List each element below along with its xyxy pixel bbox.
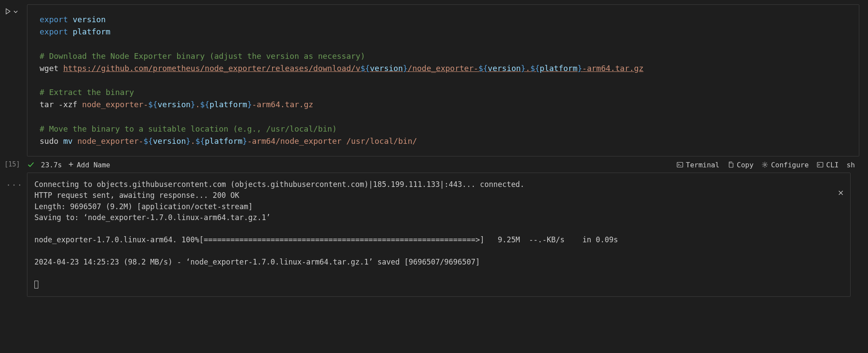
add-name-label: Add Name	[77, 161, 110, 169]
check-icon	[27, 161, 35, 169]
keyword-export: export	[40, 15, 68, 24]
comment-line: # Move the binary to a suitable location…	[40, 124, 337, 133]
gear-icon	[761, 161, 768, 168]
copy-icon	[727, 161, 734, 168]
comment-line: # Download the Node Exporter binary (adj…	[40, 51, 365, 61]
output-gutter[interactable]: ···	[0, 173, 27, 297]
notebook-workspace: export version export platform # Downloa…	[0, 0, 868, 353]
cmd-wget: wget	[40, 64, 58, 73]
svg-rect-3	[817, 163, 823, 167]
cursor-icon	[34, 281, 38, 289]
run-cell-button[interactable]	[4, 8, 18, 17]
output-cell[interactable]: Connecting to objects.githubusercontent.…	[27, 173, 851, 297]
svg-point-2	[764, 164, 766, 166]
svg-rect-1	[729, 163, 733, 167]
configure-button[interactable]: Configure	[761, 161, 809, 169]
keyword-export: export	[40, 27, 68, 36]
output-line: Connecting to objects.githubusercontent.…	[34, 180, 525, 189]
cli-button[interactable]: CLI	[817, 161, 839, 169]
output-line: Saving to: ‘node_exporter-1.7.0.linux-ar…	[34, 213, 270, 222]
play-icon	[4, 8, 11, 17]
status-right: Terminal Copy Configure	[676, 161, 859, 169]
var-version: version	[73, 15, 106, 24]
status-left: 23.7s Add Name	[27, 161, 110, 169]
output-line: HTTP request sent, awaiting response... …	[34, 191, 239, 200]
flag-xzf: -xzf	[58, 100, 77, 109]
cell-index: [15]	[0, 160, 27, 168]
output-line: Length: 9696507 (9.2M) [application/octe…	[34, 202, 253, 211]
terminal-button[interactable]: Terminal	[676, 161, 720, 169]
cmd-tar: tar	[40, 100, 54, 109]
mv-args: node_exporter-${version}.${platform}-arm…	[77, 136, 417, 146]
cell-duration: 23.7s	[41, 161, 62, 169]
tar-target: node_exporter-${version}.${platform}-arm…	[82, 100, 313, 109]
output-line: node_exporter-1.7.0.linux-arm64. 100%[==…	[34, 235, 618, 244]
output-row: ··· Connecting to objects.githubusercont…	[0, 173, 859, 297]
cmd-sudo: sudo	[40, 136, 58, 146]
wget-url[interactable]: https://github.com/prometheus/node_expor…	[63, 64, 643, 73]
output-line: 2024-04-23 14:25:23 (98.2 MB/s) - ‘node_…	[34, 258, 480, 266]
copy-button[interactable]: Copy	[727, 161, 754, 169]
sh-label[interactable]: sh	[847, 161, 855, 169]
comment-line: # Extract the binary	[40, 88, 134, 97]
cli-icon	[817, 161, 824, 168]
plus-icon	[68, 161, 74, 169]
terminal-icon	[676, 161, 683, 168]
code-cell[interactable]: export version export platform # Downloa…	[27, 4, 859, 156]
close-output-button[interactable]	[793, 177, 844, 211]
svg-rect-0	[677, 163, 683, 167]
status-row: [15] 23.7s Add Name	[27, 156, 859, 173]
chevron-down-icon	[13, 8, 18, 16]
var-platform: platform	[73, 27, 111, 36]
cell-area: export version export platform # Downloa…	[27, 0, 868, 353]
add-name-button[interactable]: Add Name	[68, 161, 110, 169]
cmd-mv: mv	[63, 136, 73, 146]
